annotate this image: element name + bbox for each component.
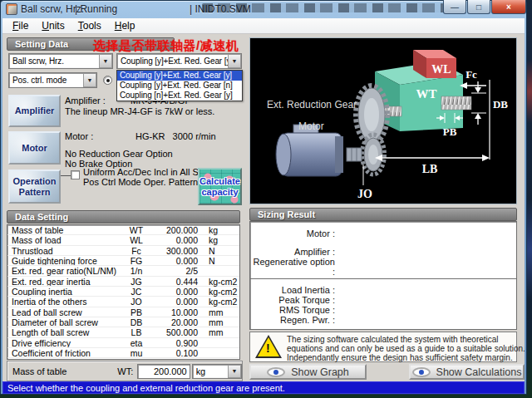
coupling-combobox[interactable]: Coupling [y]+Ext. Red. Gear [y] ▼ — [116, 53, 242, 69]
edit-row-panel: Mass of table WT: kg ▼ — [7, 361, 243, 381]
status-bar: Select whether the coupling and external… — [2, 381, 525, 394]
amplifier-button-label: Amplifier — [15, 106, 55, 116]
table-row: Inertia of the othersJO0.000kg-cm2 — [7, 297, 239, 307]
motor-value: HG-KR 3000 r/min — [135, 131, 216, 141]
menu-units[interactable]: Units — [35, 19, 71, 33]
coupling-dropdown-list: Coupling [y]+Ext. Red. Gear [y]Coupling … — [116, 70, 243, 101]
diagram-label-wl: WL — [431, 63, 451, 76]
connector-line — [61, 175, 71, 176]
calculate-capacity-label-1: Calculate — [200, 176, 240, 187]
diagram-svg: WL WT Fc DB PB LB JO Ext. Reduction Gear… — [250, 38, 516, 204]
show-calculations-button[interactable]: Show Calculations — [409, 364, 525, 380]
diagram-label-lb: LB — [422, 163, 438, 175]
edit-row-symbol: WT: — [117, 366, 136, 376]
uniform-accdec-checkbox[interactable] — [71, 170, 80, 179]
diagram-label-db: DB — [493, 98, 508, 111]
window-controls: — □ × — [442, 0, 526, 14]
result-load-inertia-label: Load Inertia : — [252, 285, 335, 295]
warning-panel: ! The sizing software calculated the sys… — [249, 332, 517, 362]
close-button[interactable]: × — [491, 0, 526, 14]
warning-text-3: Independantly ensure the design has suff… — [287, 353, 513, 362]
menu-file[interactable]: File — [6, 19, 35, 33]
diagram-label-pb: PB — [443, 125, 457, 138]
warning-text-1: The sizing software calculated the syste… — [287, 335, 499, 344]
maximize-button[interactable]: □ — [467, 0, 490, 14]
mechanism-combobox-value: Ball scrw, Hrz. — [9, 57, 99, 66]
maximize-icon: □ — [476, 2, 481, 12]
result-rms-torque-label: RMS Torque : — [252, 305, 335, 315]
minimize-button[interactable]: — — [443, 0, 466, 14]
mechanism-diagram: WL WT Fc DB PB LB JO Ext. Reduction Gear… — [249, 37, 517, 204]
unit-combobox-value: kg — [193, 366, 228, 376]
sizing-result-header: Sizing Result — [249, 208, 517, 221]
result-amplifier-label: Amplifier : — [252, 247, 335, 257]
table-row: Mass of tableWT200.000kg — [7, 225, 239, 235]
app-icon — [6, 3, 17, 15]
edit-row-input[interactable] — [137, 364, 190, 379]
chevron-down-icon[interactable]: ▼ — [228, 54, 241, 68]
operation-pattern-label-2: Pattern — [19, 187, 51, 198]
dropdown-option[interactable]: Coupling [y]+Ext. Red. Gear [n] — [117, 81, 242, 91]
table-row: Ext. red. gear ratio(NL/NM)1/n2/5 — [7, 266, 239, 276]
coupling-combobox-value: Coupling [y]+Ext. Red. Gear [y] — [117, 57, 228, 66]
result-regen-pwr-label: Regen. Pwr. : — [252, 315, 335, 325]
amplifier-note: The lineup MR-J4-GF is 7kW or less. — [65, 106, 214, 116]
no-reduction-gear-text: No Reduction Gear Option — [65, 149, 173, 159]
table-row: Drive efficiencyeta0.900 — [7, 338, 239, 348]
data-setting-header: Data Setting — [7, 210, 240, 224]
amplifier-label: Amplifier : — [65, 96, 106, 106]
result-motor-label: Motor : — [252, 228, 335, 238]
show-graph-button[interactable]: Show Graph — [249, 364, 367, 380]
diagram-label-motor: Motor — [298, 120, 324, 132]
mechanism-combobox[interactable]: Ball scrw, Hrz. ▼ — [8, 53, 113, 69]
annotation-chinese: 选择是否带联轴器/减速机 — [93, 38, 239, 54]
result-divider — [250, 278, 516, 279]
control-mode-combobox[interactable]: Pos. ctrl. mode ▼ — [8, 72, 97, 88]
calculate-capacity-button[interactable]: Calculate capacity — [198, 168, 242, 205]
motor-button[interactable]: Motor — [8, 131, 61, 165]
result-regen-option-label: Regenerative option : — [252, 257, 335, 277]
menu-tools[interactable]: Tools — [71, 19, 108, 33]
window-title-status: | Running — [75, 3, 117, 15]
table-row: ThrustloadFc300.000N — [7, 246, 239, 256]
diagram-label-ext-gear: Ext. Reduction Gear — [267, 99, 357, 111]
table-row: Coupling inertiaJC0.000kg-cm2 — [7, 287, 239, 297]
table-row: Mass of loadWL0.000kg — [7, 235, 239, 245]
dropdown-option[interactable]: Coupling [n]+Ext. Red. Gear [y] — [117, 91, 242, 101]
sizing-result-panel: Motor : Amplifier : Regenerative option … — [249, 221, 517, 330]
table-row: Length of ball screwLB500.000mm — [7, 327, 239, 337]
warning-text-2: equations and can only be used as a guid… — [287, 344, 525, 353]
table-row: Ext. red. gear inertiaJG0.444kg-cm2 — [7, 277, 239, 287]
minimize-icon: — — [451, 2, 459, 12]
diagram-label-jo: JO — [357, 188, 372, 200]
diagram-label-fc: Fc — [466, 68, 477, 81]
result-peak-torque-label: Peak Torque : — [252, 295, 335, 305]
eye-icon — [267, 367, 285, 377]
warning-icon: ! — [255, 335, 282, 358]
edit-row-label: Mass of table — [7, 366, 117, 376]
eye-icon — [412, 367, 431, 377]
diagram-label-wt: WT — [416, 87, 436, 101]
chevron-down-icon[interactable]: ▼ — [83, 73, 96, 87]
show-graph-label: Show Graph — [291, 366, 348, 378]
table-row: Lead of ball screwPB10.000mm — [7, 307, 239, 317]
chevron-down-icon[interactable]: ▼ — [228, 365, 241, 378]
table-row: Diameter of ball screwDB20.000mm — [7, 317, 239, 327]
close-icon: × — [506, 2, 511, 12]
calculate-capacity-label-2: capacity — [201, 187, 238, 198]
table-row: Guide tightening forceFG0.000N — [7, 256, 239, 266]
feed-option-radio[interactable] — [103, 76, 112, 85]
table-row: Coefficient of frictionmu0.100 — [7, 348, 239, 358]
motor-button-label: Motor — [22, 143, 47, 154]
title-watermark — [202, 3, 451, 12]
show-calculations-label: Show Calculations — [436, 366, 522, 378]
operation-pattern-button[interactable]: Operation Pattern — [8, 170, 61, 204]
unit-combobox[interactable]: kg ▼ — [192, 364, 242, 379]
menu-bar: FileUnitsToolsHelp — [2, 18, 525, 34]
motor-label: Motor : — [65, 131, 93, 141]
dropdown-option[interactable]: Coupling [y]+Ext. Red. Gear [y] — [117, 71, 242, 81]
chevron-down-icon[interactable]: ▼ — [99, 54, 112, 68]
menu-help[interactable]: Help — [108, 19, 142, 33]
uniform-accdec-text-2: Pos Ctrl Mode Oper. Pattern — [83, 177, 198, 187]
amplifier-button[interactable]: Amplifier — [8, 95, 61, 127]
